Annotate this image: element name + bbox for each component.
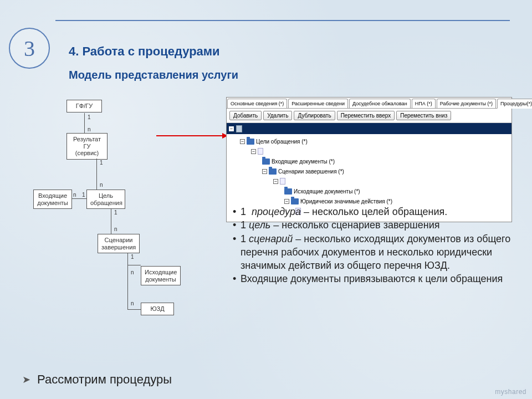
slide-number-badge: 3	[9, 28, 50, 69]
expand-icon[interactable]: −	[262, 169, 267, 174]
folder-icon	[269, 168, 277, 175]
tab-procedures[interactable]: Процедуры(*)	[497, 99, 532, 109]
box-result: Результат ГУ (сервис)	[66, 133, 108, 160]
footer-text: Рассмотрим процедуры	[37, 372, 172, 387]
slide-title: 4. Работа с процедурами	[69, 44, 220, 59]
collapse-icon[interactable]: −	[229, 126, 234, 131]
tree-header-bar: −	[227, 123, 511, 134]
top-rule	[55, 20, 510, 21]
box-outgoing: Исходящие документы	[141, 266, 181, 285]
tab-npa[interactable]: НПА (*)	[412, 99, 436, 108]
expand-icon[interactable]: −	[240, 139, 245, 144]
description-bullets: •1 процедура – несколько целей обращения…	[233, 205, 515, 286]
folder-icon	[262, 158, 270, 165]
tree-node-outgoing[interactable]: Исходящие документы (*)	[294, 188, 360, 195]
expand-icon[interactable]: −	[273, 179, 278, 184]
expand-icon[interactable]: −	[284, 199, 289, 204]
move-up-button[interactable]: Переместить вверх	[337, 111, 395, 120]
tab-appeal[interactable]: Досудебное обжалован	[349, 99, 411, 108]
tree-node-legal[interactable]: Юридически значимые действия (*)	[300, 198, 392, 204]
page-icon	[236, 125, 242, 132]
tree-node-incoming[interactable]: Входящие документы (*)	[272, 158, 335, 165]
folder-icon	[291, 198, 299, 204]
tree-node-goals[interactable]: Цели обращения (*)	[256, 139, 308, 145]
tree-node-scenarios[interactable]: Сценарии завершения (*)	[278, 168, 344, 175]
service-model-diagram: ГФ/ГУ 1 n Результат ГУ (сервис) 1 n Вход…	[44, 100, 211, 360]
move-down-button[interactable]: Переместить вниз	[396, 111, 451, 120]
box-gf-gu: ГФ/ГУ	[66, 100, 102, 112]
tab-extended[interactable]: Расширенные сведени	[288, 99, 348, 108]
page-icon	[280, 178, 285, 185]
tab-basic[interactable]: Основные сведения (*)	[227, 99, 287, 108]
folder-icon	[247, 139, 254, 145]
tab-workdocs[interactable]: Рабочие документы (*)	[437, 99, 496, 108]
folder-icon	[284, 188, 292, 195]
add-button[interactable]: Добавить	[229, 111, 262, 120]
box-incoming: Входящие документы	[33, 190, 72, 209]
app-screenshot: Основные сведения (*) Расширенные сведен…	[226, 97, 512, 222]
box-scenarios: Сценарии завершения	[98, 234, 140, 253]
chevron-icon: ➤	[22, 374, 30, 386]
duplicate-button[interactable]: Дублировать	[294, 111, 335, 120]
box-uzd: ЮЗД	[141, 303, 174, 315]
page-icon	[258, 148, 263, 155]
arrow-icon	[156, 135, 227, 136]
expand-icon[interactable]: −	[251, 149, 256, 154]
delete-button[interactable]: Удалить	[263, 111, 292, 120]
box-goal: Цель обращения	[86, 190, 125, 209]
footer-line: ➤ Рассмотрим процедуры	[22, 372, 172, 387]
slide-subtitle: Модель представления услуги	[69, 69, 238, 81]
watermark: myshared	[495, 388, 526, 396]
tab-bar: Основные сведения (*) Расширенные сведен…	[227, 98, 511, 109]
toolbar: Добавить Удалить Дублировать Переместить…	[227, 109, 511, 123]
